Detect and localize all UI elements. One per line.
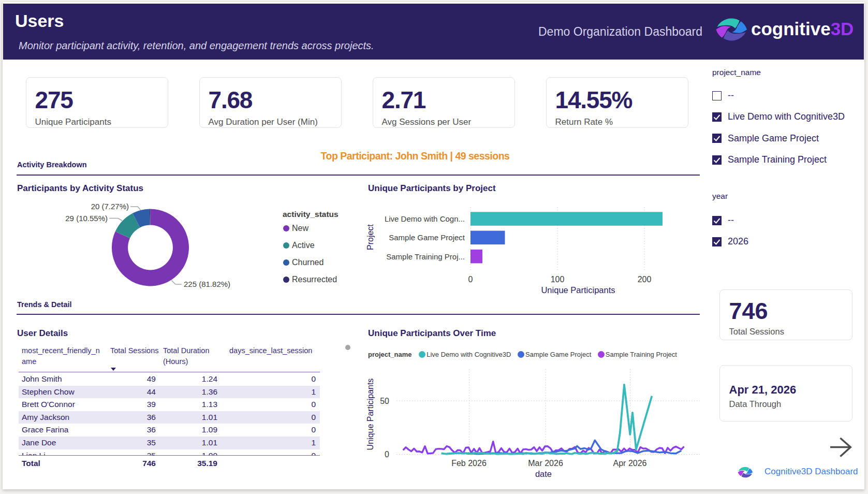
- svg-text:Live Demo with Cogn...: Live Demo with Cogn...: [385, 214, 465, 223]
- svg-text:29 (10.55%): 29 (10.55%): [65, 214, 108, 223]
- svg-text:Unique Participants: Unique Participants: [541, 285, 615, 295]
- svg-text:Apr 2026: Apr 2026: [613, 459, 647, 468]
- svg-text:Feb 2026: Feb 2026: [451, 459, 487, 468]
- svg-text:Unique Participants: Unique Participants: [366, 379, 375, 451]
- svg-text:225 (81.82%): 225 (81.82%): [184, 280, 230, 288]
- svg-text:200: 200: [638, 275, 652, 284]
- svg-text:Sample Game Project: Sample Game Project: [389, 233, 465, 242]
- svg-text:0: 0: [468, 275, 473, 284]
- svg-text:50: 50: [380, 397, 389, 405]
- svg-text:date: date: [535, 469, 552, 478]
- svg-text:Sample Training Proj...: Sample Training Proj...: [386, 252, 465, 261]
- svg-text:20 (7.27%): 20 (7.27%): [91, 202, 129, 211]
- svg-text:Project: Project: [366, 224, 375, 250]
- svg-text:100: 100: [551, 275, 565, 284]
- svg-text:0: 0: [385, 450, 389, 459]
- svg-text:Mar 2026: Mar 2026: [528, 459, 563, 468]
